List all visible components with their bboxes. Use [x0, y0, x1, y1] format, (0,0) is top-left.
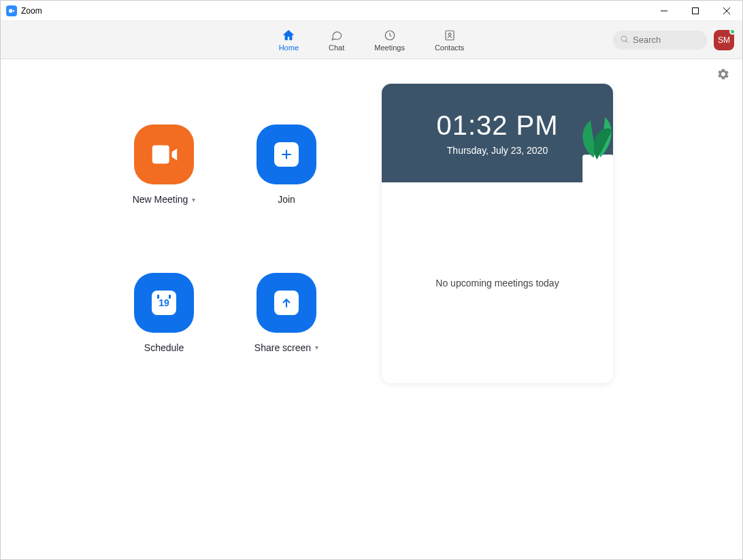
calendar-icon: 19	[152, 291, 176, 315]
video-icon	[134, 125, 194, 184]
action-label: Share screen	[254, 342, 311, 353]
main-content: New Meeting ▾ Join 19 Schedule	[1, 84, 742, 383]
info-card: 01:32 PM Thursday, July 23, 2020 No upco…	[382, 84, 613, 383]
join-button[interactable]: Join	[246, 125, 327, 235]
tab-contacts[interactable]: Contacts	[435, 29, 464, 52]
tab-chat[interactable]: Chat	[329, 29, 344, 52]
current-date: Thursday, July 23, 2020	[447, 145, 548, 156]
status-dot-icon	[729, 29, 736, 35]
svg-line-8	[626, 40, 628, 42]
action-label: Schedule	[144, 342, 184, 353]
contacts-icon	[443, 29, 457, 42]
schedule-button[interactable]: 19 Schedule	[123, 273, 205, 384]
svg-rect-12	[582, 154, 613, 182]
clock-icon	[383, 29, 397, 42]
svg-point-7	[621, 36, 627, 42]
search-input[interactable]	[633, 35, 700, 45]
share-screen-button[interactable]: Share screen ▾	[246, 273, 327, 384]
tab-meetings[interactable]: Meetings	[374, 29, 405, 52]
avatar-initials: SM	[718, 35, 730, 45]
action-label: Join	[278, 194, 295, 205]
new-meeting-button[interactable]: New Meeting ▾	[123, 125, 205, 235]
chevron-down-icon[interactable]: ▾	[192, 196, 195, 203]
chat-icon	[330, 29, 344, 42]
avatar[interactable]: SM	[714, 30, 734, 50]
plant-illustration	[555, 111, 613, 182]
action-label: New Meeting	[133, 194, 188, 205]
upload-arrow-icon	[274, 291, 299, 315]
search-icon	[620, 34, 629, 46]
top-nav: Home Chat Meetings Contacts	[1, 21, 742, 59]
tab-label: Chat	[329, 44, 344, 52]
current-time: 01:32 PM	[436, 110, 558, 141]
window-controls	[648, 1, 742, 21]
tab-label: Contacts	[435, 44, 464, 52]
svg-rect-1	[693, 7, 699, 14]
plus-icon	[274, 142, 299, 167]
title-bar: Zoom	[1, 1, 742, 21]
home-icon	[282, 29, 295, 42]
minimize-button[interactable]	[648, 1, 680, 21]
card-header: 01:32 PM Thursday, July 23, 2020	[382, 84, 613, 182]
zoom-app-icon	[6, 5, 17, 16]
tab-label: Meetings	[374, 44, 405, 52]
tab-label: Home	[279, 44, 299, 52]
empty-meetings-message: No upcoming meetings today	[435, 278, 559, 289]
tab-home[interactable]: Home	[279, 29, 299, 52]
window-title: Zoom	[21, 6, 42, 16]
maximize-button[interactable]	[680, 1, 711, 21]
calendar-day: 19	[159, 297, 169, 308]
svg-point-6	[448, 33, 451, 35]
settings-button[interactable]	[716, 67, 730, 84]
chevron-down-icon[interactable]: ▾	[315, 344, 318, 351]
search-box[interactable]	[613, 31, 707, 50]
close-button[interactable]	[711, 1, 742, 21]
